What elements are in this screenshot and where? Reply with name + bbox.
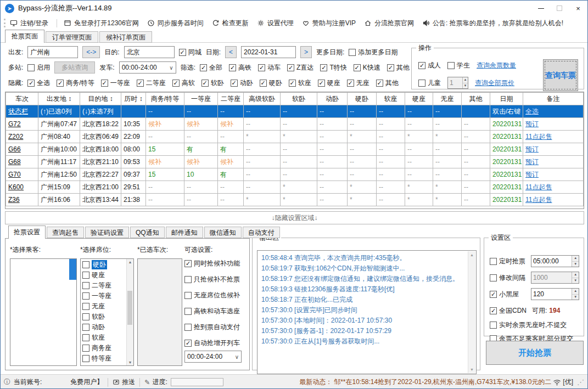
train-link[interactable]: Z36 — [6, 194, 38, 206]
interval-checkbox[interactable]: 修改间隔 — [490, 273, 525, 283]
seat-option[interactable]: 二等座 — [81, 280, 126, 291]
child-count-input[interactable] — [448, 77, 462, 88]
seat-option[interactable]: 无座 — [81, 301, 126, 312]
col-header[interactable]: 目的地 ↕ — [80, 93, 121, 105]
train-link[interactable]: G68 — [6, 156, 38, 168]
seat-scroll-thumb[interactable] — [127, 291, 132, 325]
train-row[interactable]: Z202广州08:40北京西06:4922:09------**--*--**-… — [6, 131, 584, 143]
tab-waitlist-page[interactable]: 候补订单页面 — [99, 31, 152, 43]
scroll-up-icon[interactable]: ▲ — [128, 260, 132, 264]
blackroom-checkbox[interactable]: ✓小黑屋 — [490, 290, 519, 299]
date-prev-button[interactable]: < — [225, 46, 237, 58]
settings-tab[interactable]: 邮件通知 — [166, 227, 203, 238]
spin-up-icon[interactable]: ▲ — [572, 272, 579, 278]
seat-option[interactable]: 动卧 — [81, 322, 126, 332]
hide-checkbox[interactable]: ✓一等座 — [101, 78, 130, 88]
seat-option[interactable]: 软卧 — [81, 312, 126, 322]
maximize-button[interactable] — [550, 1, 569, 16]
interval-spinner[interactable]: ▲▼ — [531, 272, 579, 284]
toolbar-item-vip[interactable]: 赞助与注册VIP — [302, 19, 356, 28]
status-row[interactable]: 状态栏(↑)已选0列(↓)未选7列--------------------双击/… — [6, 105, 584, 118]
train-link[interactable]: G66 — [6, 143, 38, 156]
option-checkbox[interactable]: 抢到票自动支付 — [184, 322, 249, 332]
log-box[interactable]: 10:58:48:4 查询完毕，本次查询共用时:435毫秒。10:58:19:7… — [257, 250, 477, 374]
to-input[interactable] — [124, 46, 175, 58]
train-row[interactable]: K600广州15:09北京西21:0029:51--------*--*--**… — [6, 181, 584, 194]
settings-tab[interactable]: 抢票设置 — [8, 225, 46, 239]
scroll-up-icon[interactable]: ▲ — [470, 253, 474, 257]
hide-checkbox[interactable]: ✓硬卧 — [260, 78, 282, 88]
date-input[interactable] — [241, 46, 296, 58]
toolbar-item-proxy[interactable]: 设置代理 — [257, 19, 294, 28]
seat-option[interactable]: 硬卧 — [81, 260, 126, 270]
filter-checkbox[interactable]: ✓其他 — [387, 63, 410, 72]
settings-tab[interactable]: 微信通知 — [204, 227, 242, 238]
option-checkbox[interactable]: ✓同时抢候补功能 — [184, 258, 249, 269]
hide-checkbox[interactable]: ✓其他 — [376, 78, 399, 88]
hidden-settings-divider[interactable]: ↓隐藏设置区域↓ — [5, 211, 584, 224]
log-scrollbar[interactable]: ▲ ▼ — [468, 251, 475, 373]
minimize-button[interactable] — [531, 1, 550, 16]
adult-checkbox[interactable]: ✓成人 — [418, 61, 441, 70]
realtime-noseat-checkbox[interactable]: 实时余票无座时,不提交 — [490, 320, 567, 330]
hide-checkbox[interactable]: ✓高软 — [172, 78, 195, 88]
start-grab-button[interactable]: 开始抢票 — [486, 341, 584, 365]
option-checkbox[interactable]: 无座席位也候补 — [184, 290, 249, 301]
passenger-list[interactable] — [10, 258, 77, 366]
col-header[interactable]: 历时 ↕ — [121, 93, 146, 105]
multi-query-button[interactable]: 多站查询 — [54, 61, 95, 74]
scroll-down-icon[interactable]: ▼ — [128, 360, 132, 364]
filter-checkbox[interactable]: ✓高铁 — [229, 63, 251, 72]
child-checkbox[interactable]: 儿童 — [418, 78, 441, 88]
query-prices-link[interactable]: 查询全部票价 — [475, 78, 514, 88]
seat-option[interactable]: 一等座 — [81, 291, 126, 301]
filter-checkbox[interactable]: ✓T特快 — [320, 63, 346, 72]
hide-checkbox[interactable]: ✓无座 — [347, 78, 369, 88]
option-checkbox[interactable]: ✓自动抢增开列车 — [184, 338, 249, 348]
seat-option[interactable]: 商务座 — [81, 343, 126, 353]
close-button[interactable]: × — [569, 1, 587, 16]
filter-checkbox[interactable]: ✓全部 — [200, 63, 222, 72]
hide-checkbox[interactable]: ✓商务/特等 — [57, 78, 94, 88]
train-link[interactable]: G70 — [6, 168, 38, 181]
passenger-scroll-thumb[interactable] — [69, 259, 76, 280]
train-row[interactable]: G68广州南11:17北京西21:1009:53候补候补候补----------… — [6, 156, 584, 168]
hide-checkbox[interactable]: ✓全选 — [27, 78, 50, 88]
query-train-button[interactable]: 查询车票 — [543, 59, 578, 91]
hide-checkbox[interactable]: ✓动卧 — [231, 78, 253, 88]
settings-tab[interactable]: 查询起售 — [47, 227, 84, 238]
enable-multi-checkbox[interactable]: 启用 — [27, 63, 50, 72]
query-tickets-link[interactable]: 查询余票数量 — [477, 61, 516, 70]
action-link[interactable]: 11点起售 — [523, 181, 584, 194]
settings-tab[interactable]: 验证码设置 — [85, 227, 129, 238]
depart-time-select[interactable]: 00:00-24:00 ∨ — [119, 61, 176, 74]
spin-up-icon[interactable]: ▲ — [572, 256, 579, 262]
blackroom-input[interactable] — [531, 289, 572, 300]
date-next-button[interactable]: > — [300, 46, 312, 58]
tab-order-page[interactable]: 订单管理页面 — [46, 31, 98, 43]
swap-button[interactable]: <-> — [82, 46, 100, 58]
spin-down-icon[interactable]: ▼ — [572, 295, 579, 300]
spin-down-icon[interactable]: ▼ — [572, 262, 579, 267]
selected-trains-box[interactable] — [137, 258, 182, 366]
interval-input[interactable] — [531, 272, 572, 283]
action-link[interactable]: 预订 — [523, 168, 584, 181]
hide-checkbox[interactable]: ✓软座 — [289, 78, 311, 88]
train-link[interactable]: 状态栏 — [6, 105, 38, 118]
settings-tab[interactable]: QQ通知 — [130, 227, 165, 238]
toolbar-item-sync-time[interactable]: 同步服务器时间 — [147, 19, 204, 28]
from-input[interactable] — [27, 46, 78, 58]
blackroom-spinner[interactable]: ▲▼ — [531, 288, 579, 300]
spin-down-icon[interactable]: ▼ — [463, 83, 468, 89]
option-checkbox[interactable]: 高铁和动车选座 — [184, 306, 249, 317]
action-link[interactable]: 预订 — [523, 156, 584, 168]
train-link[interactable]: Z202 — [6, 131, 38, 143]
filter-checkbox[interactable]: ✓动车 — [258, 63, 281, 72]
action-link[interactable]: 全选 — [523, 105, 584, 118]
seat-option[interactable]: 特等座 — [81, 353, 126, 364]
grab-time-select[interactable]: 00:00-24:00 ∨ — [184, 351, 242, 363]
train-row[interactable]: G72广州南07:47北京西18:2210:35候补候补候补----------… — [6, 118, 584, 131]
resize-grip-icon[interactable]: ⋰ — [577, 378, 584, 386]
cdn-checkbox[interactable]: ✓全国CDN — [490, 306, 527, 315]
action-link[interactable]: 11点起售 — [523, 131, 584, 143]
